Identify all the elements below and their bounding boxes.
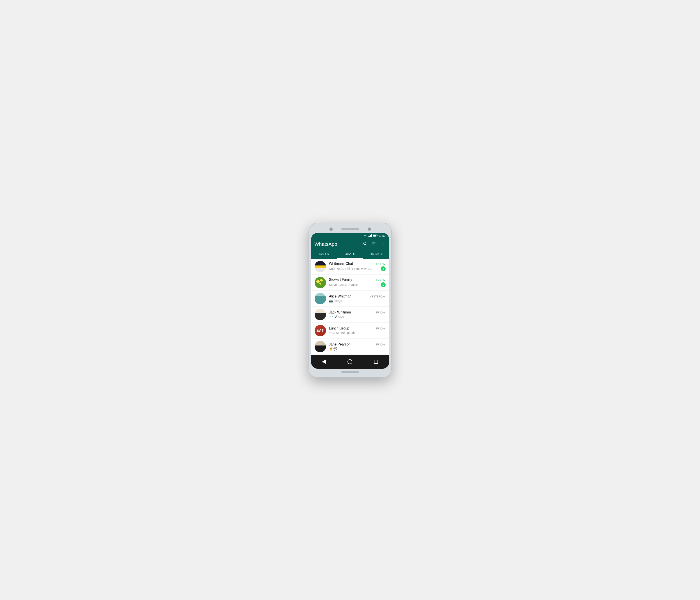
search-icon[interactable] bbox=[363, 241, 367, 247]
home-button[interactable] bbox=[346, 357, 354, 366]
svg-rect-3 bbox=[372, 243, 375, 244]
chat-time: 11:39 AM bbox=[374, 278, 385, 281]
chat-name: Stewart Family bbox=[329, 278, 352, 282]
recents-icon bbox=[374, 360, 378, 364]
chat-preview: 🔥 💬 bbox=[329, 347, 385, 351]
chat-time: 11:45 AM bbox=[374, 262, 385, 266]
chat-top-row: Alice Whitman YESTERDAY bbox=[329, 294, 385, 298]
android-nav-bar bbox=[311, 355, 389, 369]
unread-badge: 1 bbox=[381, 282, 385, 287]
earpiece-speaker bbox=[341, 228, 359, 230]
tab-bar: CALLS CHATS CONTACTS bbox=[311, 250, 389, 259]
avatar bbox=[315, 309, 326, 320]
tab-chats[interactable]: CHATS bbox=[337, 250, 363, 258]
mic-icon: 🎤 bbox=[334, 315, 338, 318]
list-item[interactable]: Stewart Family 11:39 AM Steve: Great, th… bbox=[311, 275, 389, 291]
svg-rect-2 bbox=[372, 242, 375, 243]
home-icon bbox=[348, 359, 352, 364]
avatar bbox=[315, 341, 326, 352]
status-bar: 11:50 bbox=[311, 233, 389, 239]
list-item[interactable]: Whitmans Chat 11:45 AM Ned: Yeah, I thin… bbox=[311, 259, 389, 275]
avatar-image bbox=[315, 341, 326, 352]
double-check-icon: ✓✓ bbox=[329, 315, 333, 318]
broadcast-icon[interactable] bbox=[372, 241, 376, 247]
phone-device: 11:50 WhatsApp bbox=[308, 223, 392, 377]
chat-preview: 📷 Image bbox=[329, 299, 385, 302]
chat-time: FRIDAY bbox=[376, 343, 385, 346]
chat-top-row: Whitmans Chat 11:45 AM bbox=[329, 262, 385, 266]
chat-preview: Ned: Yeah, I think I know wha... bbox=[329, 267, 381, 271]
wifi-icon bbox=[363, 234, 367, 237]
svg-rect-5 bbox=[372, 245, 374, 245]
chat-content: Alice Whitman YESTERDAY 📷 Image bbox=[329, 294, 385, 302]
chat-bottom-row: ✓✓ 🎤 0:07 bbox=[329, 315, 385, 319]
chat-top-row: Stewart Family 11:39 AM bbox=[329, 278, 385, 282]
screen-content: 11:50 WhatsApp bbox=[311, 233, 389, 369]
chat-content: Stewart Family 11:39 AM Steve: Great, th… bbox=[329, 278, 385, 287]
chat-name: Alice Whitman bbox=[329, 294, 351, 298]
chat-content: Jack Whitman FRIDAY ✓✓ 🎤 0:07 bbox=[329, 310, 385, 319]
header-actions: ⋮ bbox=[363, 241, 385, 247]
chat-top-row: Jack Whitman FRIDAY bbox=[329, 310, 385, 315]
back-icon bbox=[322, 359, 326, 364]
sensor bbox=[368, 228, 371, 231]
chat-top-row: Jane Pearson FRIDAY bbox=[329, 343, 385, 346]
more-options-icon[interactable]: ⋮ bbox=[380, 242, 385, 247]
list-item[interactable]: Jane Pearson FRIDAY 🔥 💬 bbox=[311, 339, 389, 355]
chat-preview: Steve: Great, thanks! bbox=[329, 283, 381, 286]
avatar-image bbox=[315, 261, 326, 272]
avatar: EAT bbox=[315, 325, 326, 336]
chat-content: Jane Pearson FRIDAY 🔥 💬 bbox=[329, 343, 385, 351]
list-item[interactable]: EAT Lunch Group FRIDAY You: Sounds good! bbox=[311, 323, 389, 339]
unread-badge: 3 bbox=[381, 266, 385, 271]
status-icons: 11:50 bbox=[363, 234, 385, 238]
chat-bottom-row: 🔥 💬 bbox=[329, 347, 385, 351]
list-item[interactable]: Jack Whitman FRIDAY ✓✓ 🎤 0:07 bbox=[311, 307, 389, 323]
status-time: 11:50 bbox=[378, 234, 385, 238]
phone-screen: 11:50 WhatsApp bbox=[311, 233, 389, 369]
app-header: WhatsApp bbox=[311, 239, 389, 250]
camera-icon: 📷 bbox=[329, 299, 333, 302]
chat-content: Whitmans Chat 11:45 AM Ned: Yeah, I thin… bbox=[329, 262, 385, 271]
chat-preview: ✓✓ 🎤 0:07 bbox=[329, 315, 385, 319]
front-camera bbox=[329, 228, 332, 231]
avatar bbox=[315, 261, 326, 272]
phone-bottom-hardware bbox=[311, 369, 389, 375]
avatar-text: EAT bbox=[317, 329, 324, 332]
recents-button[interactable] bbox=[372, 357, 380, 366]
chat-content: Lunch Group FRIDAY You: Sounds good! bbox=[329, 326, 385, 334]
chat-time: FRIDAY bbox=[376, 327, 385, 330]
battery-icon bbox=[373, 234, 377, 237]
chat-name: Jane Pearson bbox=[329, 343, 351, 346]
chat-time: YESTERDAY bbox=[370, 295, 385, 298]
chat-name: Lunch Group bbox=[329, 326, 349, 330]
svg-line-1 bbox=[366, 245, 367, 246]
avatar-image bbox=[315, 277, 326, 288]
chat-bottom-row: You: Sounds good! bbox=[329, 331, 385, 334]
chat-time: FRIDAY bbox=[376, 311, 385, 314]
avatar bbox=[315, 277, 326, 288]
chat-bottom-row: Steve: Great, thanks! 1 bbox=[329, 282, 385, 287]
bottom-speaker bbox=[341, 371, 359, 373]
tab-contacts[interactable]: CONTACTS bbox=[363, 250, 389, 258]
list-item[interactable]: Alice Whitman YESTERDAY 📷 Image bbox=[311, 291, 389, 307]
chat-bottom-row: Ned: Yeah, I think I know wha... 3 bbox=[329, 266, 385, 271]
chat-preview: You: Sounds good! bbox=[329, 331, 385, 334]
signal-icon bbox=[368, 234, 372, 237]
back-button[interactable] bbox=[320, 357, 328, 366]
chat-top-row: Lunch Group FRIDAY bbox=[329, 326, 385, 330]
avatar-image bbox=[315, 293, 326, 304]
avatar-image bbox=[315, 309, 326, 320]
avatar bbox=[315, 293, 326, 304]
app-title: WhatsApp bbox=[315, 241, 338, 247]
tab-calls[interactable]: CALLS bbox=[311, 250, 337, 258]
chat-bottom-row: 📷 Image bbox=[329, 299, 385, 302]
phone-top-hardware bbox=[311, 225, 389, 233]
chat-name: Jack Whitman bbox=[329, 310, 351, 315]
svg-rect-4 bbox=[372, 244, 375, 245]
chat-list: Whitmans Chat 11:45 AM Ned: Yeah, I thin… bbox=[311, 259, 389, 355]
chat-name: Whitmans Chat bbox=[329, 262, 353, 266]
